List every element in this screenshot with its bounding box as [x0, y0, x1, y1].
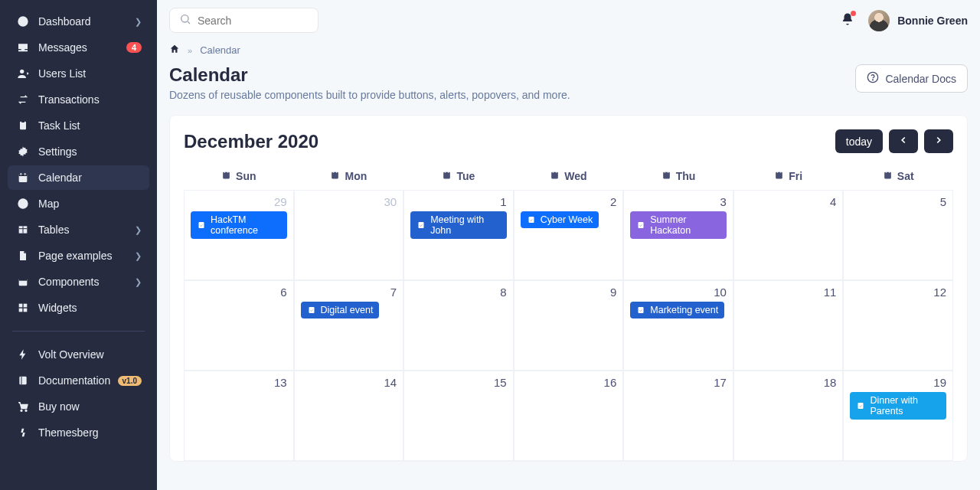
sidebar-item-transactions[interactable]: Transactions	[8, 87, 149, 112]
svg-point-21	[25, 410, 27, 411]
calendar-cell[interactable]: 5	[843, 190, 953, 280]
home-icon[interactable]	[169, 44, 180, 57]
svg-rect-26	[223, 172, 230, 179]
sidebar-item-volt-overview[interactable]: Volt Overview	[8, 342, 149, 367]
event-icon	[527, 215, 536, 224]
calendar-cell[interactable]: 13	[184, 371, 294, 461]
calendar-docs-button[interactable]: Calendar Docs	[855, 64, 968, 93]
sidebar-item-label: Themesberg	[38, 426, 142, 439]
svg-point-22	[181, 15, 188, 22]
svg-rect-41	[776, 172, 782, 179]
svg-rect-16	[19, 309, 23, 312]
prev-month-button[interactable]	[889, 129, 918, 153]
svg-rect-49	[528, 217, 534, 223]
calendar-cell[interactable]: 30	[294, 190, 404, 280]
avatar	[868, 10, 890, 31]
sidebar-item-page-examples[interactable]: Page examples❯	[8, 243, 149, 268]
sidebar-item-tables[interactable]: Tables❯	[8, 217, 149, 242]
day-header-label: Wed	[564, 170, 586, 182]
sidebar-divider	[12, 331, 145, 332]
calendar-cell[interactable]: 1Meeting with John	[403, 190, 514, 280]
calendar-event[interactable]: HackTM conference	[191, 211, 287, 239]
day-number: 12	[850, 286, 946, 299]
next-month-button[interactable]	[924, 129, 953, 153]
question-circle-icon	[867, 71, 879, 86]
calendar-cell[interactable]: 9	[514, 280, 624, 371]
sidebar-item-task-list[interactable]: Task List	[8, 113, 149, 138]
day-header-label: Tue	[456, 170, 475, 182]
svg-rect-15	[24, 304, 28, 308]
sidebar-item-themesberg[interactable]: Themesberg	[8, 420, 149, 445]
calendar-cell[interactable]: 6	[184, 280, 294, 371]
calendar-cell[interactable]: 14	[294, 371, 404, 461]
day-number: 14	[301, 376, 397, 389]
calendar-cell[interactable]: 17	[623, 371, 733, 461]
calendar-cell[interactable]: 4	[733, 190, 844, 280]
svg-rect-48	[419, 222, 424, 228]
svg-point-25	[873, 80, 874, 80]
chevron-right-icon: ❯	[135, 225, 142, 235]
search-box[interactable]	[169, 8, 318, 33]
svg-point-20	[21, 410, 22, 411]
svg-rect-2	[21, 120, 24, 122]
notifications-button[interactable]	[841, 12, 854, 28]
sidebar-item-components[interactable]: Components❯	[8, 270, 149, 294]
svg-rect-13	[19, 279, 28, 281]
sidebar-item-documentation[interactable]: Documentationv1.0	[8, 368, 149, 393]
calendar-cell[interactable]: 7Digital event	[294, 280, 404, 371]
calendar-event[interactable]: Summer Hackaton	[630, 211, 727, 239]
today-button[interactable]: today	[835, 129, 883, 153]
calendar-cell[interactable]: 19Dinner with Parents	[843, 371, 953, 461]
calendar-event[interactable]: Cyber Week	[521, 211, 599, 228]
clipboard-icon	[15, 119, 31, 132]
calendar-cell[interactable]: 2Cyber Week	[514, 190, 624, 280]
day-number: 10	[630, 286, 727, 299]
sidebar-item-calendar[interactable]: Calendar	[8, 165, 149, 190]
topbar: Bonnie Green	[157, 0, 980, 33]
calendar-icon	[774, 170, 784, 182]
calendar-cell[interactable]: 15	[403, 371, 514, 461]
sidebar-item-map[interactable]: Map	[8, 191, 149, 216]
svg-rect-52	[639, 307, 644, 313]
badge: 4	[126, 42, 142, 53]
calendar-icon	[662, 170, 671, 182]
globe-icon	[15, 198, 31, 210]
svg-rect-38	[663, 172, 670, 179]
sidebar-item-messages[interactable]: Messages4	[8, 35, 149, 60]
sidebar-item-widgets[interactable]: Widgets	[8, 296, 149, 320]
calendar-event[interactable]: Digital event	[301, 302, 380, 318]
calendar-cell[interactable]: 10Marketing event	[623, 280, 733, 371]
day-number: 30	[301, 195, 397, 208]
sidebar-item-label: Users List	[38, 67, 142, 80]
svg-line-23	[188, 21, 190, 24]
calendar-cell[interactable]: 16	[514, 371, 624, 461]
calendar-cell[interactable]: 3Summer Hackaton	[623, 190, 733, 280]
calendar-event[interactable]: Marketing event	[630, 302, 724, 318]
chevron-right-icon: ❯	[135, 277, 142, 287]
user-menu[interactable]: Bonnie Green	[868, 10, 968, 31]
sidebar-item-dashboard[interactable]: Dashboard❯	[8, 9, 149, 34]
calendar-cell[interactable]: 12	[843, 280, 953, 371]
sidebar-item-users-list[interactable]: Users List	[8, 61, 149, 86]
chevron-left-icon	[898, 135, 909, 148]
calendar-event[interactable]: Dinner with Parents	[850, 392, 946, 420]
search-input[interactable]	[198, 15, 332, 27]
day-number: 4	[740, 195, 837, 208]
day-number: 9	[521, 286, 617, 299]
sidebar-item-label: Calendar	[38, 172, 142, 184]
sidebar-item-settings[interactable]: Settings	[8, 139, 149, 164]
sidebar-item-buy-now[interactable]: Buy now	[8, 394, 149, 419]
calendar-cell[interactable]: 8	[403, 280, 514, 371]
day-header: Fri	[733, 164, 844, 190]
calendar-cell[interactable]: 18	[733, 371, 844, 461]
svg-rect-5	[19, 174, 28, 176]
svg-rect-29	[332, 172, 339, 179]
calendar-cell[interactable]: 29HackTM conference	[184, 190, 294, 280]
calendar-icon	[442, 170, 452, 182]
chevron-right-icon	[933, 135, 944, 148]
calendar-event[interactable]: Meeting with John	[410, 211, 507, 239]
calendar-icon	[550, 170, 560, 182]
page-subtitle: Dozens of reusable components built to p…	[169, 89, 570, 101]
calendar-cell[interactable]: 11	[733, 280, 844, 371]
day-number: 1	[410, 195, 507, 208]
